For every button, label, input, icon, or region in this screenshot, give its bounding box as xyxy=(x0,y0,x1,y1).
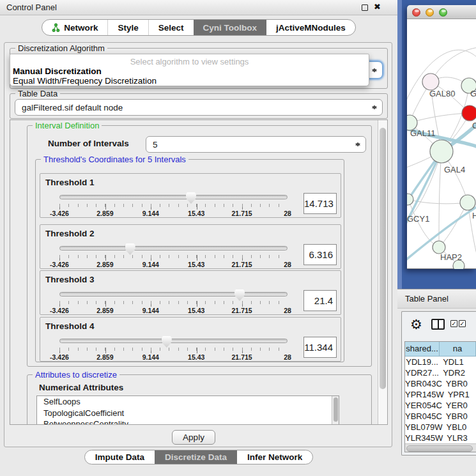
window-close-button[interactable] xyxy=(412,8,420,17)
checkbox-icon[interactable]: ✓ xyxy=(450,320,457,327)
network-view-window: GAL80 GA C GAL11 GAL4 GCY1 H HAP2 xyxy=(407,5,476,269)
table-cell[interactable]: YBL079W xyxy=(405,422,443,433)
gear-icon[interactable]: ⚙ xyxy=(410,318,422,331)
threshold-1-value-field[interactable]: 14.713 xyxy=(303,193,337,214)
number-of-intervals-label: Number of Intervals xyxy=(48,139,129,148)
threshold-4-slider[interactable]: -3.4262.8599.14415.4321.71528 xyxy=(59,337,288,361)
window-zoom-button[interactable] xyxy=(439,8,447,17)
tab-impute-data[interactable]: Impute Data xyxy=(85,450,155,464)
slider-ticks xyxy=(59,348,288,351)
table-cell[interactable]: YBR045C xyxy=(405,411,442,422)
close-icon[interactable]: ✖ xyxy=(374,2,381,12)
table-cell[interactable]: YBR0 xyxy=(442,378,476,389)
number-of-intervals-combobox[interactable]: 5 xyxy=(146,136,366,153)
table-data-combobox[interactable]: galFiltered.sif default node xyxy=(15,99,383,116)
table-row[interactable]: YER054CYER0 xyxy=(405,400,476,411)
slider-tick-label: 9.144 xyxy=(142,210,159,217)
svg-text:C: C xyxy=(472,121,476,130)
attribute-list-item[interactable]: BetweennessCentrality xyxy=(37,418,339,425)
node-gal80 xyxy=(422,73,439,90)
threshold-3-value-field[interactable]: 21.4 xyxy=(303,290,337,311)
horizontal-scrollbar[interactable] xyxy=(405,443,476,452)
interval-definition-group: Interval Definition Number of Intervals … xyxy=(27,125,372,367)
tab-cyni-toolbox[interactable]: Cyni Toolbox xyxy=(194,20,267,35)
column-header[interactable]: shared... xyxy=(405,342,440,357)
attribute-list-item[interactable]: SelfLoops xyxy=(37,396,339,408)
slider-tick-label: 2.859 xyxy=(96,261,113,268)
table-row[interactable]: YDL19...YDL1 xyxy=(405,357,476,367)
slider-thumb[interactable] xyxy=(186,192,196,204)
slider-tick-label: -3.426 xyxy=(50,307,69,314)
node-gal4 xyxy=(430,140,453,163)
dropdown-option-manual[interactable]: Manual Discretization xyxy=(13,66,102,76)
table-cell[interactable]: YBL0 xyxy=(443,422,476,433)
tab-select[interactable]: Select xyxy=(148,20,194,35)
numerical-attributes-list[interactable]: SelfLoopsTopologicalCoefficientBetweenne… xyxy=(36,395,339,425)
table-row[interactable]: YBR043CYBR0 xyxy=(405,378,476,389)
slider-tick-label: 28 xyxy=(284,210,291,217)
table-cell[interactable]: YER054C xyxy=(405,400,442,411)
panel-scrollbar[interactable] xyxy=(378,120,387,424)
table-cell[interactable]: YBR0 xyxy=(442,411,476,422)
table-cell[interactable]: YER0 xyxy=(442,400,476,411)
settings-scroll-area: Interval Definition Number of Intervals … xyxy=(10,119,388,425)
svg-text:GCY1: GCY1 xyxy=(407,214,429,224)
tab-style[interactable]: Style xyxy=(107,20,148,35)
slider-tick-labels: -3.4262.8599.14415.4321.71528 xyxy=(59,210,288,217)
network-window-titlebar[interactable] xyxy=(407,5,476,19)
slider-thumb[interactable] xyxy=(125,243,135,255)
slider-track[interactable] xyxy=(59,246,288,250)
tab-discretize-data[interactable]: Discretize Data xyxy=(155,450,237,464)
table-cell[interactable]: YLR345W xyxy=(405,433,443,443)
table-cell[interactable]: YPR1 xyxy=(444,389,476,400)
slider-track[interactable] xyxy=(59,292,288,296)
slider-thumb[interactable] xyxy=(162,336,172,348)
tab-network[interactable]: Network xyxy=(42,20,107,35)
table-cell[interactable]: YBR043C xyxy=(405,378,442,389)
tab-jactivemnodules[interactable]: jActiveMNodules xyxy=(266,20,355,35)
slider-tick-label: 21.715 xyxy=(232,261,252,268)
table-row[interactable]: YBR045CYBR0 xyxy=(405,411,476,422)
threshold-1-slider[interactable]: -3.4262.8599.14415.4321.71528 xyxy=(59,193,288,217)
control-panel-titlebar: Control Panel ✖ xyxy=(0,0,397,15)
checkbox-icon[interactable]: ✓ xyxy=(459,320,466,327)
threshold-3-slider[interactable]: -3.4262.8599.14415.4321.71528 xyxy=(59,290,288,314)
slider-ticks xyxy=(59,301,288,304)
list-scrollbar[interactable] xyxy=(332,396,339,425)
table-row[interactable]: YPR145WYPR1 xyxy=(405,389,476,400)
node-red xyxy=(462,105,476,121)
network-canvas[interactable]: GAL80 GA C GAL11 GAL4 GCY1 H HAP2 xyxy=(407,19,476,269)
columns-icon[interactable] xyxy=(431,319,445,330)
threshold-2-value-field[interactable]: 6.316 xyxy=(303,244,337,265)
table-row[interactable]: YLR345WYLR3 xyxy=(405,433,476,443)
table-cell[interactable]: YDL19... xyxy=(405,357,439,367)
threshold-2-slider[interactable]: -3.4262.8599.14415.4321.71528 xyxy=(59,244,288,268)
table-row[interactable]: YBL079WYBL0 xyxy=(405,422,476,433)
threshold-label: Threshold 4 xyxy=(45,321,95,331)
table-cell[interactable]: YLR3 xyxy=(443,433,476,443)
window-minimize-button[interactable] xyxy=(426,8,434,17)
slider-track[interactable] xyxy=(59,339,288,343)
slider-tick-label: 9.144 xyxy=(142,261,159,268)
table-cell[interactable]: YDL1 xyxy=(439,357,476,367)
table-cell[interactable]: YDR2 xyxy=(439,367,476,378)
slider-tick-label: -3.426 xyxy=(50,353,69,361)
node-gcy1 xyxy=(407,194,413,205)
group-title: Threshold's Coordinates for 5 Intervals xyxy=(41,155,188,164)
table-cell[interactable]: YPR145W xyxy=(405,389,444,400)
attribute-list-item[interactable]: TopologicalCoefficient xyxy=(37,408,339,419)
slider-thumb[interactable] xyxy=(234,289,245,301)
column-header[interactable]: na xyxy=(440,342,476,357)
tab-infer-network[interactable]: Infer Network xyxy=(237,450,312,464)
node-attribute-table[interactable]: shared... na YDL19...YDL1YDR27...YDR2YBR… xyxy=(404,341,476,452)
dropdown-option-equal-width[interactable]: Equal Width/Frequency Discretization xyxy=(13,76,157,86)
table-panel-header[interactable]: Table Panel xyxy=(397,289,476,309)
table-cell[interactable]: YDR27... xyxy=(405,367,439,378)
float-window-icon[interactable] xyxy=(362,4,368,11)
threshold-4-value-field[interactable]: 11.344 xyxy=(303,337,337,358)
apply-button[interactable]: Apply xyxy=(172,430,215,445)
table-row[interactable]: YDR27...YDR2 xyxy=(405,367,476,378)
slider-track[interactable] xyxy=(59,195,288,199)
threshold-label: Threshold 2 xyxy=(45,229,95,238)
table-header-row: shared... na xyxy=(405,342,476,357)
